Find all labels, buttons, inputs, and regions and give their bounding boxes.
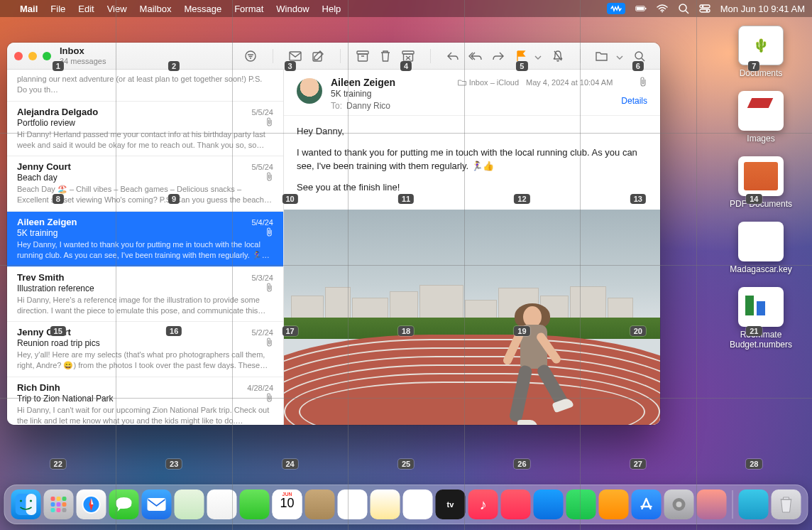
mailbox-label[interactable]: Inbox – iCloud	[458, 78, 519, 87]
subject: Portfolio review	[17, 118, 75, 128]
date: 5/5/24	[251, 108, 273, 117]
close-button[interactable]	[14, 52, 23, 60]
subject: 5K training	[17, 228, 57, 238]
message-attachment-image[interactable]	[284, 210, 660, 425]
dock-app-appstore[interactable]	[632, 490, 662, 519]
menubar-clock[interactable]: Mon Jun 10 9:41 AM	[720, 4, 805, 14]
dock-app-contacts[interactable]	[305, 490, 335, 519]
dock-app-downloads[interactable]	[739, 490, 769, 519]
menu-message[interactable]: Message	[184, 4, 221, 14]
sender: Rich Dinh	[17, 382, 60, 393]
zoom-button[interactable]	[43, 52, 51, 60]
dock-app-settings[interactable]	[664, 490, 694, 519]
siri-icon[interactable]	[607, 3, 625, 14]
dock-app-news[interactable]	[501, 490, 531, 519]
junk-button[interactable]	[399, 48, 417, 65]
dock-app-keynote[interactable]	[534, 490, 564, 519]
dock-app-freeform[interactable]	[403, 490, 433, 519]
sender: Alejandra Delgado	[17, 107, 98, 117]
desktop-icon-label: PDF Documents	[730, 199, 792, 209]
message-row[interactable]: Aileen Zeigen5/4/245K trainingHey Danny,…	[7, 212, 283, 267]
date: 5/3/24	[251, 274, 273, 282]
filter-button[interactable]	[241, 48, 260, 65]
menu-edit[interactable]: Edit	[78, 4, 94, 14]
dock-app-maps[interactable]	[175, 490, 204, 519]
wifi-icon[interactable]	[657, 3, 668, 14]
new-message-button[interactable]	[309, 48, 327, 65]
dock-app-reminders[interactable]	[338, 490, 368, 519]
dock-app-numbers[interactable]	[566, 490, 596, 519]
reply-all-button[interactable]	[466, 48, 485, 65]
date: 4/28/24	[247, 384, 273, 392]
dock-app-safari[interactable]	[77, 490, 106, 519]
control-center-icon[interactable]	[699, 3, 710, 14]
attachment-icon[interactable]	[639, 77, 647, 89]
sender: Jenny Court	[17, 327, 71, 337]
dock: JUN10tv♪	[4, 485, 808, 524]
menu-file[interactable]: File	[50, 4, 65, 14]
dock-app-finder[interactable]	[11, 490, 41, 519]
mute-button[interactable]	[549, 48, 567, 65]
dock-app-trash[interactable]	[772, 490, 801, 519]
reply-button[interactable]	[444, 48, 462, 65]
move-chevron-icon[interactable]	[616, 50, 626, 63]
menu-mailbox[interactable]: Mailbox	[140, 4, 172, 14]
menu-help[interactable]: Help	[322, 4, 341, 14]
menu-view[interactable]: View	[107, 4, 127, 14]
dock-app-tv[interactable]: tv	[436, 490, 466, 519]
archive-button[interactable]	[353, 48, 372, 65]
message-row[interactable]: Jenny Court5/2/24Reunion road trip picsH…	[7, 322, 283, 377]
dock-app-iphone-mirror[interactable]	[697, 490, 727, 519]
compose-button[interactable]	[286, 48, 304, 65]
app-menu[interactable]: Mail	[20, 4, 38, 14]
dock-app-calendar[interactable]: JUN10	[273, 490, 302, 519]
dock-app-messages[interactable]	[109, 490, 139, 519]
flag-button[interactable]	[512, 48, 530, 65]
preview: Hey, y'all! Here are my selects (that's …	[17, 350, 273, 371]
desktop-icon-pdf[interactable]: PDF Documents	[718, 156, 803, 209]
desktop-icon-images[interactable]: Images	[718, 91, 803, 144]
preview: Hey Danny, I wanted to thank you for put…	[17, 239, 273, 261]
from-name: Aileen Zeigen	[331, 77, 395, 88]
search-button[interactable]	[630, 48, 649, 65]
battery-icon[interactable]	[635, 3, 647, 14]
dock-app-music[interactable]: ♪	[468, 490, 498, 519]
dock-app-pages[interactable]	[599, 490, 629, 519]
dock-app-notes[interactable]	[371, 490, 400, 519]
minimize-button[interactable]	[28, 52, 37, 60]
flag-chevron-icon[interactable]	[534, 50, 544, 63]
forward-button[interactable]	[489, 48, 508, 65]
dock-app-photos[interactable]	[207, 490, 237, 519]
desktop-icon-keynote[interactable]: Madagascar.key	[718, 222, 803, 274]
dock-app-launchpad[interactable]	[44, 490, 74, 519]
message-row[interactable]: Rich Dinh4/28/24Trip to Zion National Pa…	[7, 377, 283, 425]
message-row[interactable]: Trev Smith5/3/24Illustration referenceHi…	[7, 267, 283, 323]
message-row[interactable]: planning our next adventure (or at least…	[7, 70, 283, 102]
svg-point-7	[701, 6, 703, 8]
message-count: 34 messages	[60, 57, 106, 65]
message-row[interactable]: Jenny Court5/5/24Beach dayBeach Day 🏖️ –…	[7, 156, 283, 212]
sender: Jenny Court	[17, 161, 71, 172]
move-button[interactable]	[593, 48, 612, 65]
menu-format[interactable]: Format	[234, 4, 263, 14]
svg-rect-2	[645, 8, 646, 10]
date: 5/5/24	[251, 163, 273, 171]
attachment-icon	[265, 393, 273, 404]
date: 5/4/24	[251, 218, 273, 227]
dock-app-facetime[interactable]	[240, 490, 270, 519]
details-link[interactable]: Details	[621, 96, 647, 106]
spotlight-icon[interactable]	[678, 3, 689, 14]
sender: Trev Smith	[17, 272, 64, 283]
avatar[interactable]	[297, 78, 322, 104]
message-body[interactable]: Hey Danny, I wanted to thank you for put…	[284, 116, 660, 210]
menu-window[interactable]: Window	[276, 4, 309, 14]
desktop-icon-documents[interactable]: 🌵 Documents	[718, 26, 803, 78]
trash-button[interactable]	[376, 48, 395, 65]
message-list[interactable]: planning our next adventure (or at least…	[7, 70, 284, 425]
message-row[interactable]: Alejandra Delgado5/5/24Portfolio reviewH…	[7, 102, 283, 157]
titlebar[interactable]: Inbox 34 messages	[7, 43, 660, 70]
svg-rect-31	[148, 498, 166, 511]
file-icon	[738, 287, 784, 327]
dock-app-mail[interactable]	[142, 490, 172, 519]
desktop-icon-numbers[interactable]: Roommate Budget.numbers	[718, 287, 803, 350]
